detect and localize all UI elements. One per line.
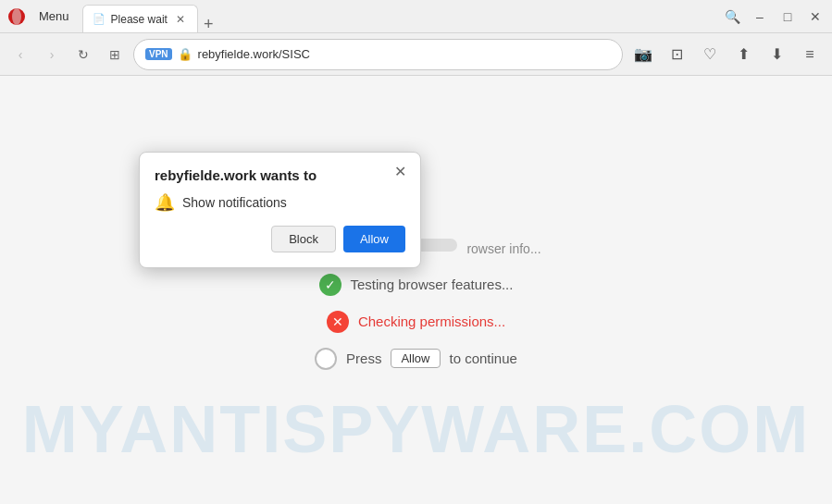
tab-icon: 📄 <box>93 13 106 25</box>
svg-point-1 <box>12 8 21 25</box>
tabs-area: 📄 Please wait ✕ + <box>82 0 715 32</box>
reload-button[interactable]: ↻ <box>70 42 96 68</box>
tab-close-button[interactable]: ✕ <box>173 12 188 27</box>
status-item-2: ✕ Checking permissions... <box>327 311 505 333</box>
page-content: MYANTISPYWARE.COM rowser info... ✓ Testi… <box>0 76 832 504</box>
share-icon-button[interactable]: ⬆ <box>728 40 758 69</box>
forward-button[interactable]: › <box>39 42 65 68</box>
address-bar-actions: 📷 ⊡ ♡ ⬆ ⬇ ≡ <box>628 40 825 69</box>
tab-title: Please wait <box>111 13 168 26</box>
permission-text: Show notifications <box>182 195 287 210</box>
notification-icon: 🔔 <box>155 192 175 213</box>
address-input[interactable]: VPN 🔒 rebyfielde.work/SISC <box>133 39 623 70</box>
minimize-button[interactable]: – <box>747 4 773 30</box>
opera-logo[interactable] <box>4 4 30 30</box>
maximize-button[interactable]: □ <box>775 4 801 30</box>
lock-icon: 🔒 <box>178 47 192 61</box>
title-bar: Menu 📄 Please wait ✕ + 🔍 – □ ✕ <box>0 0 832 33</box>
status-text-1: Testing browser features... <box>351 277 514 292</box>
press-label: Press <box>346 350 381 366</box>
block-button[interactable]: Block <box>271 226 336 252</box>
title-bar-left: Menu <box>4 4 75 30</box>
browser-info-text: rowser info... <box>466 241 540 256</box>
status-item-1: ✓ Testing browser features... <box>319 274 514 296</box>
permission-dialog: ✕ rebyfielde.work wants to 🔔 Show notifi… <box>139 152 421 268</box>
browser-menu-button[interactable]: ≡ <box>795 40 825 69</box>
status-icon-1: ✓ <box>319 274 341 296</box>
inline-allow-button[interactable]: Allow <box>391 349 440 368</box>
tabs-button[interactable]: ⊞ <box>102 42 128 68</box>
status-icon-3 <box>315 348 337 370</box>
url-text: rebyfielde.work/SISC <box>198 47 611 61</box>
heart-icon-button[interactable]: ♡ <box>695 40 725 69</box>
dialog-title: rebyfielde.work wants to <box>155 167 405 183</box>
camera-icon-button[interactable]: 📷 <box>628 40 658 69</box>
dialog-permission-row: 🔔 Show notifications <box>155 192 405 213</box>
search-window-button[interactable]: 🔍 <box>719 4 745 30</box>
window-controls: 🔍 – □ ✕ <box>719 4 828 30</box>
status-text-2: Checking permissions... <box>358 313 505 329</box>
close-button[interactable]: ✕ <box>802 4 828 30</box>
dialog-actions: Block Allow <box>155 226 405 252</box>
address-bar: ‹ › ↻ ⊞ VPN 🔒 rebyfielde.work/SISC 📷 ⊡ ♡… <box>0 33 832 76</box>
back-button[interactable]: ‹ <box>7 42 33 68</box>
status-icon-2: ✕ <box>327 311 349 333</box>
menu-button[interactable]: Menu <box>33 7 75 25</box>
download-icon-button[interactable]: ⬇ <box>762 40 791 69</box>
allow-button[interactable]: Allow <box>343 226 405 252</box>
active-tab[interactable]: 📄 Please wait ✕ <box>82 5 198 32</box>
dialog-close-button[interactable]: ✕ <box>389 160 411 182</box>
status-item-3: Press Allow to continue <box>315 348 517 370</box>
watermark: MYANTISPYWARE.COM <box>0 391 832 467</box>
continue-label: to continue <box>450 350 517 366</box>
shield-icon-button[interactable]: ⊡ <box>662 40 691 69</box>
new-tab-button[interactable]: + <box>198 16 219 32</box>
vpn-badge: VPN <box>145 48 172 60</box>
